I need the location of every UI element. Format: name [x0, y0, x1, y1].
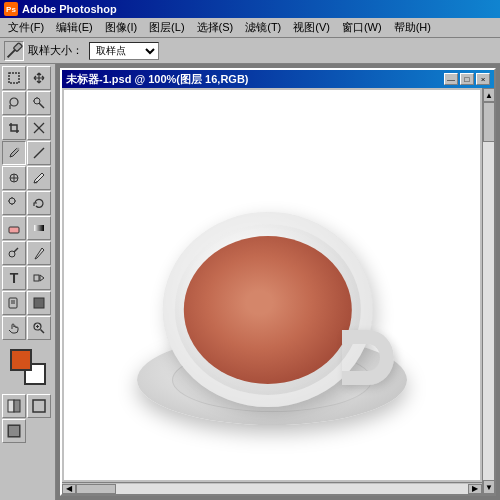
canvas-column: ◀ ▶	[62, 88, 482, 494]
color-swatches	[2, 345, 53, 389]
canvas-with-scroll: ◀ ▶ ▲ ▼	[62, 88, 494, 494]
dodge-tool[interactable]	[2, 241, 26, 265]
cup-illustration	[122, 125, 422, 445]
menu-item-i[interactable]: 图像(I)	[99, 18, 143, 37]
foreground-color-swatch[interactable]	[10, 349, 32, 371]
scroll-v-track[interactable]	[483, 102, 494, 480]
doc-controls: — □ ×	[444, 73, 490, 85]
menu-item-e[interactable]: 编辑(E)	[50, 18, 99, 37]
menu-bar: 文件(F)编辑(E)图像(I)图层(L)选择(S)滤镜(T)视图(V)窗口(W)…	[0, 18, 500, 38]
tool-row-6	[2, 191, 53, 215]
menu-item-h[interactable]: 帮助(H)	[388, 18, 437, 37]
options-bar: 取样大小： 取样点3×3平均5×5平均	[0, 38, 500, 64]
standard-screen-btn[interactable]	[27, 394, 51, 418]
menu-item-v[interactable]: 视图(V)	[287, 18, 336, 37]
tool-row-11	[2, 316, 53, 340]
tool-row-3	[2, 116, 53, 140]
history-brush-tool[interactable]	[27, 191, 51, 215]
zoom-tool[interactable]	[27, 316, 51, 340]
menu-item-s[interactable]: 选择(S)	[191, 18, 240, 37]
sample-size-label: 取样大小：	[28, 43, 83, 58]
doc-window: 未标器-1.psd @ 100%(图层 16,RGB) — □ ×	[60, 68, 496, 496]
svg-point-11	[17, 148, 20, 151]
hand-tool[interactable]	[2, 316, 26, 340]
svg-rect-35	[8, 400, 14, 412]
svg-rect-2	[9, 73, 19, 83]
full-screen-btn[interactable]	[2, 419, 26, 443]
svg-rect-36	[14, 400, 20, 412]
app-icon: Ps	[4, 2, 18, 16]
healing-brush-tool[interactable]	[2, 166, 26, 190]
scroll-h-track[interactable]	[76, 484, 468, 494]
rectangular-marquee-tool[interactable]	[2, 66, 26, 90]
tool-row-7	[2, 216, 53, 240]
mode-row	[2, 394, 53, 418]
cup-handle	[342, 330, 394, 385]
text-tool-label: T	[10, 270, 19, 286]
svg-rect-39	[9, 426, 19, 436]
doc-close-btn[interactable]: ×	[476, 73, 490, 85]
text-tool[interactable]: T	[2, 266, 26, 290]
pen-tool[interactable]	[27, 241, 51, 265]
menu-item-f[interactable]: 文件(F)	[2, 18, 50, 37]
doc-title-text: 未标器-1.psd @ 100%(图层 16,RGB)	[66, 72, 248, 87]
title-bar: Ps Adobe Photoshop	[0, 0, 500, 18]
app-title: Adobe Photoshop	[22, 3, 117, 15]
tool-row-4	[2, 141, 53, 165]
gradient-tool[interactable]	[27, 216, 51, 240]
doc-scroll-horizontal[interactable]: ◀ ▶	[62, 482, 482, 494]
scroll-h-thumb[interactable]	[76, 484, 116, 494]
crop-tool[interactable]	[2, 116, 26, 140]
measure-tool[interactable]	[27, 141, 51, 165]
toolbox: T	[0, 64, 56, 500]
doc-restore-btn[interactable]: □	[460, 73, 474, 85]
notes-tool[interactable]	[2, 291, 26, 315]
eyedropper-tool-icon[interactable]	[4, 41, 24, 61]
magic-wand-tool[interactable]	[27, 91, 51, 115]
svg-line-32	[41, 330, 45, 334]
svg-rect-22	[9, 227, 19, 233]
scroll-v-up-btn[interactable]: ▲	[483, 88, 494, 102]
lasso-tool[interactable]	[2, 91, 26, 115]
svg-line-5	[39, 103, 44, 108]
doc-scroll-vertical[interactable]: ▲ ▼	[482, 88, 494, 494]
scroll-v-thumb[interactable]	[483, 102, 494, 142]
scroll-v-down-btn[interactable]: ▼	[483, 480, 494, 494]
shape-tool[interactable]	[27, 266, 51, 290]
svg-rect-23	[34, 225, 44, 231]
svg-rect-37	[33, 400, 45, 412]
doc-minimize-btn[interactable]: —	[444, 73, 458, 85]
tool-row-10	[2, 291, 53, 315]
eyedropper2-tool[interactable]	[27, 291, 51, 315]
tool-row-1	[2, 66, 53, 90]
scroll-h-left-btn[interactable]: ◀	[62, 484, 76, 494]
svg-rect-30	[34, 298, 44, 308]
color-box-container[interactable]	[10, 349, 46, 385]
brush-tool[interactable]	[27, 166, 51, 190]
clone-stamp-tool[interactable]	[2, 191, 26, 215]
svg-point-17	[9, 198, 15, 204]
quick-mask-mode-btn[interactable]	[2, 394, 26, 418]
eraser-tool[interactable]	[2, 216, 26, 240]
menu-item-l[interactable]: 图层(L)	[143, 18, 190, 37]
menu-item-t[interactable]: 滤镜(T)	[239, 18, 287, 37]
svg-rect-26	[34, 275, 39, 281]
scroll-h-right-btn[interactable]: ▶	[468, 484, 482, 494]
svg-line-13	[34, 156, 36, 158]
move-tool[interactable]	[27, 66, 51, 90]
canvas-area[interactable]	[64, 90, 480, 480]
svg-line-25	[14, 248, 18, 252]
svg-point-3	[10, 98, 18, 106]
doc-area: 未标器-1.psd @ 100%(图层 16,RGB) — □ ×	[56, 64, 500, 500]
tool-row-2	[2, 91, 53, 115]
slice-tool[interactable]	[27, 116, 51, 140]
menu-item-w[interactable]: 窗口(W)	[336, 18, 388, 37]
main-area: T	[0, 64, 500, 500]
view-row	[2, 419, 53, 443]
doc-title-bar: 未标器-1.psd @ 100%(图层 16,RGB) — □ ×	[62, 70, 494, 88]
tool-row-8	[2, 241, 53, 265]
svg-point-6	[34, 98, 40, 104]
sample-size-select[interactable]: 取样点3×3平均5×5平均	[89, 42, 159, 60]
tool-row-5	[2, 166, 53, 190]
eyedropper-tool[interactable]	[2, 141, 26, 165]
